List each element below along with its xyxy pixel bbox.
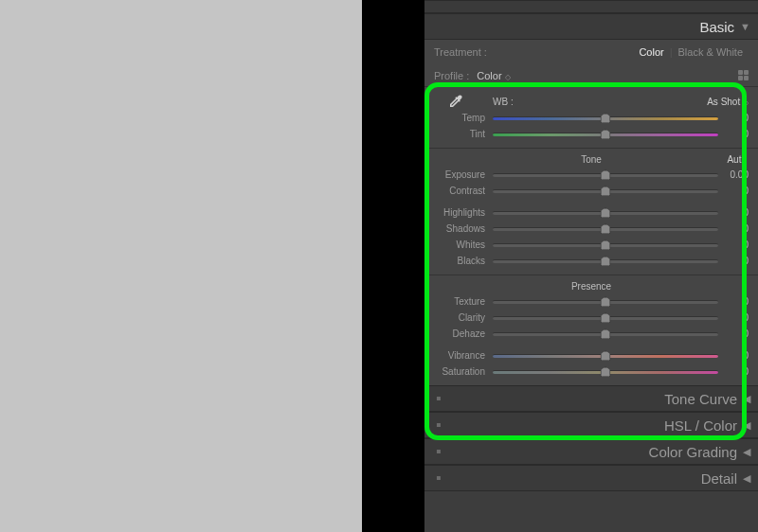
- treatment-option-color[interactable]: Color: [633, 46, 669, 58]
- tone-title: Tone: [581, 154, 602, 165]
- panel-top-divider: [424, 0, 758, 13]
- panel-header-color-grading[interactable]: ▪ Color Grading ◀: [424, 438, 758, 465]
- slider-row-texture: Texture 0: [424, 293, 758, 310]
- slider-handle-icon[interactable]: [601, 113, 611, 123]
- panel-header-basic[interactable]: Basic ▼: [424, 13, 758, 40]
- wb-preset-dropdown[interactable]: As Shot ◇: [692, 97, 749, 107]
- develop-panel: Basic ▼ Treatment : Color | Black & Whit…: [424, 0, 758, 532]
- disclosure-triangle-icon: ◀: [743, 393, 750, 405]
- eyedropper-icon[interactable]: [447, 93, 464, 110]
- tone-header: Tone Auto: [424, 151, 758, 167]
- slider-value-highlights[interactable]: 0: [718, 207, 749, 218]
- profile-value[interactable]: Color ◇: [477, 70, 510, 81]
- tone-group: Tone Auto Exposure 0.00 Contrast 0 Highl…: [424, 149, 758, 275]
- slider-label-exposure: Exposure: [424, 169, 493, 180]
- auto-button[interactable]: Auto: [727, 154, 747, 165]
- slider-row-blacks: Blacks 0: [424, 253, 758, 269]
- slider-row-dehaze: Dehaze 0: [424, 326, 758, 342]
- treatment-option-bw[interactable]: Black & White: [673, 46, 749, 58]
- presence-group: Presence Texture 0 Clarity 0 Dehaze 0: [424, 275, 758, 385]
- slider-value-whites[interactable]: 0: [718, 239, 749, 250]
- panel-toggle-icon[interactable]: ▪: [436, 391, 442, 406]
- slider-value-temp[interactable]: 0: [718, 113, 749, 123]
- slider-row-vibrance: Vibrance 0: [424, 347, 758, 364]
- slider-temp[interactable]: [493, 112, 718, 125]
- slider-value-exposure[interactable]: 0.00: [718, 169, 749, 180]
- slider-tint[interactable]: [493, 128, 718, 141]
- wb-header-row: WB : As Shot ◇: [424, 93, 758, 110]
- panel-toggle-icon[interactable]: ▪: [436, 470, 442, 486]
- slider-clarity[interactable]: [493, 311, 718, 325]
- slider-row-exposure: Exposure 0.00: [424, 167, 758, 183]
- profile-browser-icon[interactable]: [738, 70, 749, 80]
- slider-exposure[interactable]: [493, 168, 718, 182]
- slider-label-blacks: Blacks: [424, 256, 493, 266]
- slider-handle-icon[interactable]: [601, 169, 611, 180]
- panel-gap: [362, 0, 424, 532]
- slider-value-shadows[interactable]: 0: [718, 223, 749, 234]
- slider-row-clarity: Clarity 0: [424, 310, 758, 326]
- slider-shadows[interactable]: [493, 222, 718, 236]
- panel-title-tone-curve: Tone Curve: [664, 391, 737, 407]
- slider-row-shadows: Shadows 0: [424, 221, 758, 237]
- slider-saturation[interactable]: [493, 365, 718, 379]
- slider-texture[interactable]: [493, 295, 718, 309]
- panel-title-basic: Basic: [699, 19, 734, 35]
- wb-label: WB :: [493, 97, 692, 107]
- panel-title-hsl-color: HSL / Color: [664, 417, 737, 434]
- image-canvas[interactable]: [0, 0, 362, 532]
- slider-handle-icon[interactable]: [601, 186, 611, 196]
- slider-label-shadows: Shadows: [424, 223, 493, 234]
- slider-row-saturation: Saturation 0: [424, 364, 758, 380]
- slider-label-texture: Texture: [424, 296, 493, 307]
- slider-handle-icon[interactable]: [601, 239, 611, 250]
- slider-handle-icon[interactable]: [601, 350, 611, 361]
- slider-label-temp: Temp: [424, 113, 493, 123]
- panel-header-hsl-color[interactable]: ▪ HSL / Color ◀: [424, 412, 758, 438]
- slider-blacks[interactable]: [493, 255, 718, 268]
- slider-row-tint: Tint 0: [424, 126, 758, 142]
- slider-value-texture[interactable]: 0: [718, 296, 749, 307]
- slider-dehaze[interactable]: [493, 328, 718, 341]
- slider-label-dehaze: Dehaze: [424, 328, 493, 339]
- disclosure-triangle-icon: ◀: [743, 472, 750, 485]
- slider-vibrance[interactable]: [493, 349, 718, 363]
- slider-contrast[interactable]: [493, 185, 718, 198]
- panel-header-detail[interactable]: ▪ Detail ◀: [424, 465, 758, 491]
- profile-row: Profile : Color ◇: [424, 64, 758, 87]
- treatment-row: Treatment : Color | Black & White: [424, 40, 758, 64]
- slider-handle-icon[interactable]: [601, 223, 611, 234]
- panel-header-tone-curve[interactable]: ▪ Tone Curve ◀: [424, 385, 758, 412]
- slider-label-vibrance: Vibrance: [424, 350, 493, 361]
- slider-value-tint[interactable]: 0: [718, 129, 749, 139]
- slider-value-dehaze[interactable]: 0: [718, 328, 749, 339]
- slider-label-tint: Tint: [424, 129, 493, 139]
- disclosure-triangle-icon: ▼: [740, 21, 750, 32]
- slider-label-saturation: Saturation: [424, 366, 493, 377]
- slider-value-blacks[interactable]: 0: [718, 256, 749, 266]
- presence-title: Presence: [571, 281, 611, 292]
- slider-handle-icon[interactable]: [601, 312, 611, 323]
- disclosure-triangle-icon: ◀: [743, 446, 750, 458]
- slider-highlights[interactable]: [493, 206, 718, 220]
- wb-group: WB : As Shot ◇ Temp 0 Tint 0: [424, 91, 758, 149]
- slider-handle-icon[interactable]: [601, 328, 611, 339]
- slider-value-contrast[interactable]: 0: [718, 186, 749, 196]
- slider-value-clarity[interactable]: 0: [718, 312, 749, 323]
- slider-label-contrast: Contrast: [424, 186, 493, 196]
- slider-handle-icon[interactable]: [601, 296, 611, 307]
- slider-value-vibrance[interactable]: 0: [718, 350, 749, 361]
- panel-toggle-icon[interactable]: ▪: [436, 417, 442, 433]
- slider-handle-icon[interactable]: [601, 256, 611, 266]
- slider-label-clarity: Clarity: [424, 312, 493, 323]
- slider-handle-icon[interactable]: [601, 366, 611, 377]
- slider-handle-icon[interactable]: [601, 207, 611, 218]
- panel-toggle-icon[interactable]: ▪: [436, 444, 442, 459]
- slider-whites[interactable]: [493, 239, 718, 252]
- disclosure-triangle-icon: ◀: [743, 419, 750, 432]
- panel-title-detail: Detail: [701, 470, 737, 487]
- slider-label-whites: Whites: [424, 239, 493, 250]
- slider-row-temp: Temp 0: [424, 110, 758, 126]
- slider-value-saturation[interactable]: 0: [718, 366, 749, 377]
- slider-handle-icon[interactable]: [601, 129, 611, 139]
